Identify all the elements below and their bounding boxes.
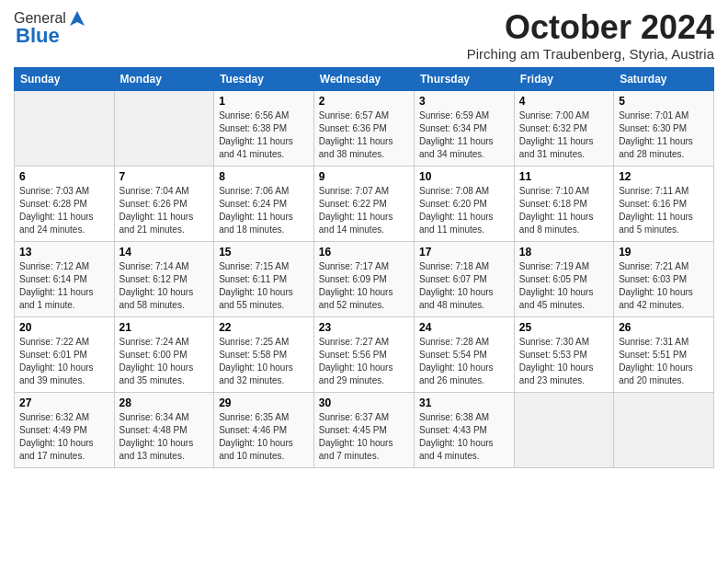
- day-number: 15: [219, 246, 309, 259]
- calendar-table: SundayMondayTuesdayWednesdayThursdayFrid…: [14, 67, 714, 468]
- week-row-1: 1Sunrise: 6:56 AM Sunset: 6:38 PM Daylig…: [15, 90, 714, 166]
- calendar-cell: 14Sunrise: 7:14 AM Sunset: 6:12 PM Dayli…: [114, 241, 214, 316]
- calendar-cell: 17Sunrise: 7:18 AM Sunset: 6:07 PM Dayli…: [414, 241, 514, 316]
- day-number: 16: [319, 246, 409, 259]
- day-number: 30: [319, 396, 409, 409]
- day-number: 11: [519, 170, 609, 183]
- calendar-cell: 31Sunrise: 6:38 AM Sunset: 4:43 PM Dayli…: [414, 392, 514, 467]
- day-info: Sunrise: 7:24 AM Sunset: 6:00 PM Dayligh…: [119, 336, 210, 387]
- calendar-cell: 27Sunrise: 6:32 AM Sunset: 4:49 PM Dayli…: [15, 392, 115, 467]
- day-number: 5: [619, 95, 709, 108]
- logo-blue-text: Blue: [14, 24, 60, 48]
- calendar-cell: [614, 392, 714, 467]
- calendar-cell: 25Sunrise: 7:30 AM Sunset: 5:53 PM Dayli…: [514, 316, 613, 392]
- day-number: 17: [419, 246, 509, 259]
- week-row-4: 20Sunrise: 7:22 AM Sunset: 6:01 PM Dayli…: [15, 316, 714, 392]
- day-number: 26: [619, 321, 709, 334]
- day-number: 20: [19, 321, 109, 334]
- calendar-cell: 24Sunrise: 7:28 AM Sunset: 5:54 PM Dayli…: [414, 316, 514, 392]
- day-number: 24: [419, 321, 509, 334]
- day-info: Sunrise: 7:14 AM Sunset: 6:12 PM Dayligh…: [119, 260, 210, 312]
- day-number: 25: [519, 321, 609, 334]
- day-info: Sunrise: 7:01 AM Sunset: 6:30 PM Dayligh…: [619, 109, 709, 161]
- day-info: Sunrise: 6:37 AM Sunset: 4:45 PM Dayligh…: [319, 411, 409, 463]
- day-info: Sunrise: 7:12 AM Sunset: 6:14 PM Dayligh…: [19, 260, 109, 312]
- day-info: Sunrise: 6:57 AM Sunset: 6:36 PM Dayligh…: [319, 109, 409, 161]
- calendar-cell: 12Sunrise: 7:11 AM Sunset: 6:16 PM Dayli…: [614, 166, 714, 241]
- weekday-header-thursday: Thursday: [414, 67, 514, 90]
- calendar-cell: 19Sunrise: 7:21 AM Sunset: 6:03 PM Dayli…: [614, 241, 714, 316]
- calendar-cell: 8Sunrise: 7:06 AM Sunset: 6:24 PM Daylig…: [214, 166, 314, 241]
- logo: General Blue: [14, 9, 86, 48]
- day-number: 13: [19, 246, 109, 259]
- day-info: Sunrise: 6:32 AM Sunset: 4:49 PM Dayligh…: [19, 411, 109, 463]
- day-info: Sunrise: 6:35 AM Sunset: 4:46 PM Dayligh…: [219, 411, 309, 463]
- day-number: 1: [219, 95, 309, 108]
- day-number: 19: [619, 246, 709, 259]
- day-number: 9: [319, 170, 409, 183]
- day-info: Sunrise: 7:21 AM Sunset: 6:03 PM Dayligh…: [619, 260, 709, 312]
- day-number: 31: [419, 396, 509, 409]
- day-info: Sunrise: 7:27 AM Sunset: 5:56 PM Dayligh…: [319, 336, 409, 387]
- day-info: Sunrise: 7:17 AM Sunset: 6:09 PM Dayligh…: [319, 260, 409, 312]
- page-header: General Blue October 2024 Pirching am Tr…: [14, 9, 714, 62]
- calendar-cell: 23Sunrise: 7:27 AM Sunset: 5:56 PM Dayli…: [313, 316, 414, 392]
- calendar-cell: 1Sunrise: 6:56 AM Sunset: 6:38 PM Daylig…: [214, 90, 314, 166]
- day-number: 14: [119, 246, 210, 259]
- day-number: 12: [619, 170, 709, 183]
- calendar-cell: 3Sunrise: 6:59 AM Sunset: 6:34 PM Daylig…: [414, 90, 514, 166]
- calendar-cell: [514, 392, 613, 467]
- logo-icon: [68, 9, 86, 28]
- title-block: October 2024 Pirching am Traubenberg, St…: [467, 9, 714, 62]
- calendar-cell: 15Sunrise: 7:15 AM Sunset: 6:11 PM Dayli…: [214, 241, 314, 316]
- day-info: Sunrise: 7:30 AM Sunset: 5:53 PM Dayligh…: [519, 336, 609, 387]
- day-number: 29: [219, 396, 309, 409]
- calendar-cell: 5Sunrise: 7:01 AM Sunset: 6:30 PM Daylig…: [614, 90, 714, 166]
- calendar-cell: 2Sunrise: 6:57 AM Sunset: 6:36 PM Daylig…: [313, 90, 414, 166]
- day-info: Sunrise: 7:11 AM Sunset: 6:16 PM Dayligh…: [619, 185, 709, 236]
- day-number: 10: [419, 170, 509, 183]
- day-number: 22: [219, 321, 309, 334]
- day-info: Sunrise: 7:28 AM Sunset: 5:54 PM Dayligh…: [419, 336, 509, 387]
- calendar-cell: 6Sunrise: 7:03 AM Sunset: 6:28 PM Daylig…: [15, 166, 115, 241]
- day-info: Sunrise: 7:06 AM Sunset: 6:24 PM Dayligh…: [219, 185, 309, 236]
- day-number: 21: [119, 321, 210, 334]
- weekday-header-wednesday: Wednesday: [313, 67, 414, 90]
- svg-marker-0: [70, 11, 85, 26]
- weekday-header-monday: Monday: [114, 67, 214, 90]
- calendar-cell: [15, 90, 115, 166]
- calendar-cell: 22Sunrise: 7:25 AM Sunset: 5:58 PM Dayli…: [214, 316, 314, 392]
- day-info: Sunrise: 7:22 AM Sunset: 6:01 PM Dayligh…: [19, 336, 109, 387]
- calendar-cell: 21Sunrise: 7:24 AM Sunset: 6:00 PM Dayli…: [114, 316, 214, 392]
- weekday-header-tuesday: Tuesday: [214, 67, 314, 90]
- weekday-header-saturday: Saturday: [614, 67, 714, 90]
- day-info: Sunrise: 7:19 AM Sunset: 6:05 PM Dayligh…: [519, 260, 609, 312]
- calendar-cell: 13Sunrise: 7:12 AM Sunset: 6:14 PM Dayli…: [15, 241, 115, 316]
- day-info: Sunrise: 6:38 AM Sunset: 4:43 PM Dayligh…: [419, 411, 509, 463]
- calendar-cell: [114, 90, 214, 166]
- day-info: Sunrise: 7:31 AM Sunset: 5:51 PM Dayligh…: [619, 336, 709, 387]
- calendar-cell: 9Sunrise: 7:07 AM Sunset: 6:22 PM Daylig…: [313, 166, 414, 241]
- day-number: 4: [519, 95, 609, 108]
- week-row-3: 13Sunrise: 7:12 AM Sunset: 6:14 PM Dayli…: [15, 241, 714, 316]
- day-number: 7: [119, 170, 210, 183]
- day-number: 6: [19, 170, 109, 183]
- week-row-2: 6Sunrise: 7:03 AM Sunset: 6:28 PM Daylig…: [15, 166, 714, 241]
- month-title: October 2024: [467, 9, 714, 46]
- day-info: Sunrise: 7:03 AM Sunset: 6:28 PM Dayligh…: [19, 185, 109, 236]
- day-info: Sunrise: 6:34 AM Sunset: 4:48 PM Dayligh…: [119, 411, 210, 463]
- weekday-header-friday: Friday: [514, 67, 613, 90]
- calendar-cell: 26Sunrise: 7:31 AM Sunset: 5:51 PM Dayli…: [614, 316, 714, 392]
- calendar-cell: 10Sunrise: 7:08 AM Sunset: 6:20 PM Dayli…: [414, 166, 514, 241]
- day-info: Sunrise: 7:25 AM Sunset: 5:58 PM Dayligh…: [219, 336, 309, 387]
- calendar-cell: 11Sunrise: 7:10 AM Sunset: 6:18 PM Dayli…: [514, 166, 613, 241]
- day-number: 27: [19, 396, 109, 409]
- day-info: Sunrise: 7:10 AM Sunset: 6:18 PM Dayligh…: [519, 185, 609, 236]
- calendar-cell: 28Sunrise: 6:34 AM Sunset: 4:48 PM Dayli…: [114, 392, 214, 467]
- day-number: 18: [519, 246, 609, 259]
- day-number: 23: [319, 321, 409, 334]
- day-number: 28: [119, 396, 210, 409]
- week-row-5: 27Sunrise: 6:32 AM Sunset: 4:49 PM Dayli…: [15, 392, 714, 467]
- weekday-header-sunday: Sunday: [15, 67, 115, 90]
- weekday-header-row: SundayMondayTuesdayWednesdayThursdayFrid…: [15, 67, 714, 90]
